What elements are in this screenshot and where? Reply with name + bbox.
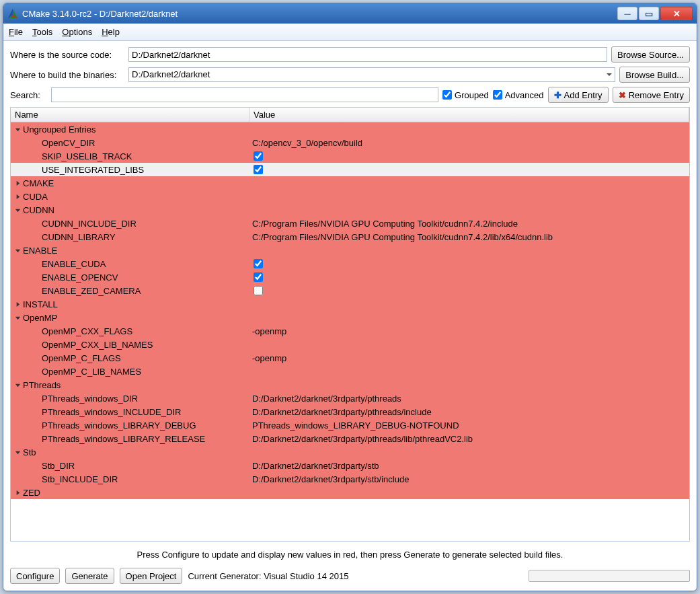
svg-marker-7: [15, 249, 20, 252]
collapse-icon[interactable]: [13, 313, 22, 322]
table-row[interactable]: ENABLE_OPENCV: [11, 270, 689, 284]
progress-bar: [529, 570, 690, 582]
value-text: D:/Darknet2/darknet/3rdparty/pthreads/in…: [252, 407, 432, 417]
svg-marker-9: [15, 316, 20, 320]
remove-entry-button[interactable]: ✖Remove Entry: [613, 87, 690, 103]
value-text: -openmp: [252, 353, 286, 363]
entry-name: ENABLE_ZED_CAMERA: [42, 286, 141, 296]
collapse-icon[interactable]: [13, 246, 22, 254]
grouped-checkbox[interactable]: Grouped: [442, 90, 489, 100]
open-project-button[interactable]: Open Project: [120, 568, 183, 584]
group-row[interactable]: CMAKE: [11, 176, 689, 190]
generate-button[interactable]: Generate: [65, 568, 114, 584]
group-row[interactable]: Stb: [11, 445, 689, 459]
browse-source-button[interactable]: Browse Source...: [611, 46, 690, 63]
source-label: Where is the source code:: [10, 50, 124, 60]
expand-icon[interactable]: [13, 192, 22, 200]
expand-icon[interactable]: [13, 488, 22, 496]
menu-file[interactable]: File: [9, 27, 23, 37]
group-row[interactable]: ENABLE: [11, 244, 689, 257]
expand-icon[interactable]: [13, 300, 22, 308]
svg-marker-3: [15, 128, 20, 131]
source-path-input[interactable]: [128, 47, 607, 62]
table-row[interactable]: USE_INTEGRATED_LIBS: [11, 163, 689, 176]
entry-name: OpenMP_C_LIB_NAMES: [42, 367, 141, 377]
group-row[interactable]: PThreads: [11, 378, 689, 392]
plus-icon: ✚: [554, 90, 561, 100]
table-row[interactable]: CUDNN_INCLUDE_DIRC:/Program Files/NVIDIA…: [11, 217, 689, 230]
entry-name: SKIP_USELIB_TRACK: [42, 151, 132, 161]
column-name[interactable]: Name: [11, 108, 249, 122]
remove-icon: ✖: [619, 90, 626, 100]
group-row[interactable]: CUDNN: [11, 203, 689, 217]
cmake-icon: [7, 8, 18, 19]
table-row[interactable]: ENABLE_ZED_CAMERA: [11, 284, 689, 297]
collapse-icon[interactable]: [13, 381, 22, 389]
group-row[interactable]: Ungrouped Entries: [11, 122, 689, 136]
entry-name: OpenMP_CXX_FLAGS: [42, 326, 132, 336]
svg-marker-11: [15, 451, 20, 454]
value-checkbox[interactable]: [254, 286, 263, 295]
browse-build-button[interactable]: Browse Build...: [619, 67, 690, 83]
build-label: Where to build the binaries:: [10, 70, 124, 80]
collapse-icon[interactable]: [13, 125, 22, 133]
collapse-icon[interactable]: [13, 448, 22, 456]
table-row[interactable]: CUDNN_LIBRARYC:/Program Files/NVIDIA GPU…: [11, 230, 689, 244]
value-checkbox[interactable]: [254, 259, 263, 268]
table-row[interactable]: Stb_INCLUDE_DIRD:/Darknet2/darknet/3rdpa…: [11, 472, 689, 486]
entry-name: OpenCV_DIR: [42, 138, 95, 148]
table-row[interactable]: SKIP_USELIB_TRACK: [11, 149, 689, 163]
add-entry-button[interactable]: ✚Add Entry: [548, 87, 609, 103]
configure-button[interactable]: Configure: [10, 568, 60, 584]
minimize-button[interactable]: ─: [617, 7, 637, 20]
table-row[interactable]: OpenCV_DIRC:/opencv_3_0/opencv/build: [11, 136, 689, 149]
entry-name: CUDNN_INCLUDE_DIR: [42, 219, 137, 229]
entry-name: OpenMP_C_FLAGS: [42, 353, 121, 363]
entry-name: PThreads_windows_LIBRARY_DEBUG: [42, 420, 196, 431]
entry-name: Stb_INCLUDE_DIR: [42, 474, 118, 484]
group-name: ENABLE: [23, 246, 57, 256]
footer-message: Press Configure to update and display ne…: [10, 546, 690, 564]
search-input[interactable]: [51, 87, 438, 102]
table-row[interactable]: OpenMP_CXX_FLAGS-openmp: [11, 324, 689, 338]
close-button[interactable]: ✕: [660, 7, 693, 20]
entry-name: PThreads_windows_INCLUDE_DIR: [42, 407, 181, 417]
table-row[interactable]: Stb_DIRD:/Darknet2/darknet/3rdparty/stb: [11, 459, 689, 472]
table-row[interactable]: ENABLE_CUDA: [11, 257, 689, 270]
window-title: CMake 3.14.0-rc2 - D:/Darknet2/darknet: [22, 9, 617, 19]
table-row[interactable]: PThreads_windows_DIRD:/Darknet2/darknet/…: [11, 392, 689, 405]
table-row[interactable]: OpenMP_C_FLAGS-openmp: [11, 351, 689, 365]
menu-options[interactable]: Options: [62, 27, 92, 37]
menu-help[interactable]: Help: [102, 27, 120, 37]
value-checkbox[interactable]: [254, 165, 263, 174]
table-row[interactable]: OpenMP_CXX_LIB_NAMES: [11, 338, 689, 351]
table-row[interactable]: PThreads_windows_INCLUDE_DIRD:/Darknet2/…: [11, 405, 689, 418]
entry-name: Stb_DIR: [42, 461, 75, 471]
table-row[interactable]: PThreads_windows_LIBRARY_DEBUGPThreads_w…: [11, 418, 689, 432]
table-row[interactable]: PThreads_windows_LIBRARY_RELEASED:/Darkn…: [11, 432, 689, 445]
expand-icon[interactable]: [13, 179, 22, 187]
group-row[interactable]: ZED: [11, 486, 689, 499]
collapse-icon[interactable]: [13, 206, 22, 214]
svg-marker-5: [16, 194, 20, 198]
column-value[interactable]: Value: [249, 108, 689, 122]
entry-name: ENABLE_OPENCV: [42, 272, 118, 283]
entry-name: CUDNN_LIBRARY: [42, 232, 116, 242]
value-checkbox[interactable]: [254, 151, 263, 161]
value-checkbox[interactable]: [254, 272, 263, 282]
advanced-checkbox[interactable]: Advanced: [493, 90, 544, 100]
group-name: CMAKE: [23, 178, 54, 188]
table-row[interactable]: OpenMP_C_LIB_NAMES: [11, 365, 689, 378]
entry-name: ENABLE_CUDA: [42, 259, 106, 269]
menu-tools[interactable]: Tools: [32, 27, 52, 37]
generator-label: Current Generator: Visual Studio 14 2015: [188, 571, 348, 581]
build-path-combo[interactable]: D:/Darknet2/darknet: [128, 67, 615, 82]
group-name: OpenMP: [23, 313, 57, 323]
group-row[interactable]: INSTALL: [11, 297, 689, 311]
cache-table-body[interactable]: Ungrouped EntriesOpenCV_DIRC:/opencv_3_0…: [11, 122, 689, 541]
title-bar[interactable]: CMake 3.14.0-rc2 - D:/Darknet2/darknet ─…: [3, 3, 697, 24]
maximize-button[interactable]: ▭: [639, 7, 659, 20]
value-text: -openmp: [252, 326, 286, 336]
group-row[interactable]: CUDA: [11, 190, 689, 203]
group-row[interactable]: OpenMP: [11, 311, 689, 324]
